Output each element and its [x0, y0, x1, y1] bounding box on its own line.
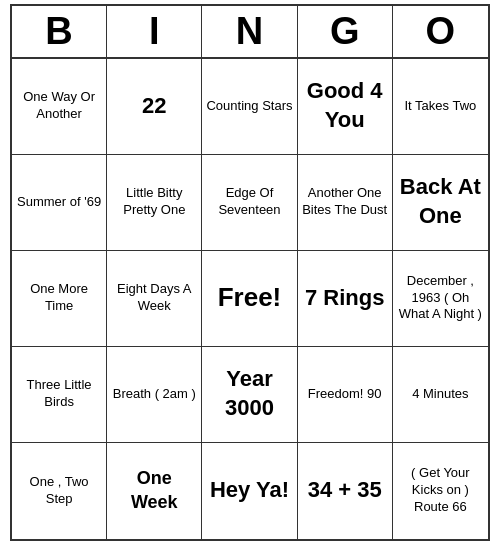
- bingo-cell: Another One Bites The Dust: [298, 155, 393, 251]
- bingo-cell: Back At One: [393, 155, 488, 251]
- header-letter: N: [202, 6, 297, 57]
- bingo-cell: Eight Days A Week: [107, 251, 202, 347]
- bingo-header: BINGO: [12, 6, 488, 59]
- bingo-cell: Hey Ya!: [202, 443, 297, 539]
- header-letter: O: [393, 6, 488, 57]
- bingo-cell: One More Time: [12, 251, 107, 347]
- bingo-cell: One , Two Step: [12, 443, 107, 539]
- bingo-cell: ( Get Your Kicks on ) Route 66: [393, 443, 488, 539]
- bingo-card: BINGO One Way Or Another22Counting Stars…: [10, 4, 490, 541]
- bingo-cell: Little Bitty Pretty One: [107, 155, 202, 251]
- bingo-cell: Counting Stars: [202, 59, 297, 155]
- bingo-cell: Good 4 You: [298, 59, 393, 155]
- bingo-cell: Breath ( 2am ): [107, 347, 202, 443]
- bingo-grid: One Way Or Another22Counting StarsGood 4…: [12, 59, 488, 539]
- header-letter: G: [298, 6, 393, 57]
- header-letter: I: [107, 6, 202, 57]
- bingo-cell: One Week: [107, 443, 202, 539]
- bingo-cell: It Takes Two: [393, 59, 488, 155]
- bingo-cell: 7 Rings: [298, 251, 393, 347]
- bingo-cell: Three Little Birds: [12, 347, 107, 443]
- bingo-cell: Year 3000: [202, 347, 297, 443]
- bingo-cell: 34 + 35: [298, 443, 393, 539]
- bingo-cell: December , 1963 ( Oh What A Night ): [393, 251, 488, 347]
- bingo-cell: 4 Minutes: [393, 347, 488, 443]
- bingo-cell: 22: [107, 59, 202, 155]
- header-letter: B: [12, 6, 107, 57]
- bingo-cell: One Way Or Another: [12, 59, 107, 155]
- bingo-cell: Free!: [202, 251, 297, 347]
- bingo-cell: Freedom! 90: [298, 347, 393, 443]
- bingo-cell: Summer of '69: [12, 155, 107, 251]
- bingo-cell: Edge Of Seventeen: [202, 155, 297, 251]
